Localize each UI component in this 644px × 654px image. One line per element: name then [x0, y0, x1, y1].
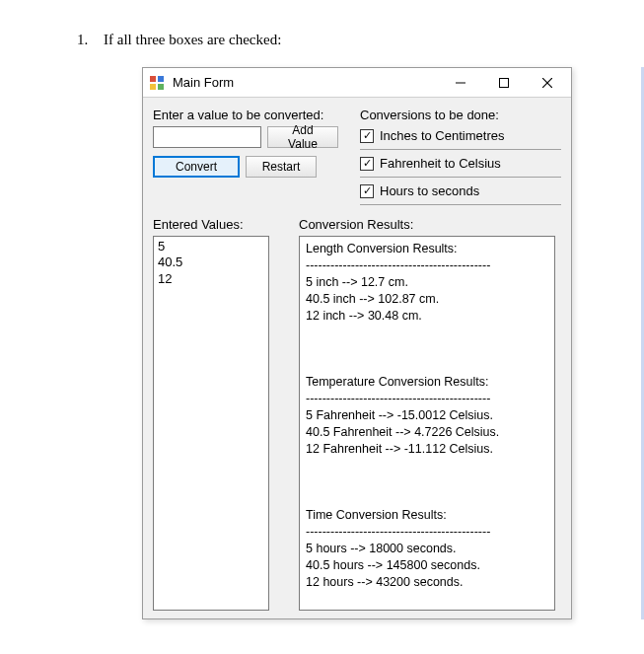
- checkbox-hours-label: Hours to seconds: [380, 183, 479, 198]
- checkbox-inches-row[interactable]: ✓ Inches to Centimetres: [360, 128, 561, 143]
- minimize-icon: [456, 78, 465, 88]
- close-button[interactable]: [526, 69, 569, 97]
- main-form-window: Main Form Enter a value to be converted:…: [142, 67, 572, 619]
- checkbox-hours-row[interactable]: ✓ Hours to seconds: [360, 183, 561, 198]
- value-input[interactable]: [153, 126, 261, 148]
- close-icon: [542, 78, 552, 88]
- window-title: Main Form: [173, 75, 234, 90]
- svg-rect-2: [150, 84, 156, 90]
- app-icon: [149, 75, 165, 91]
- checkbox-inches-label: Inches to Centimetres: [380, 128, 504, 143]
- titlebar[interactable]: Main Form: [143, 68, 571, 98]
- caption-text: If all three boxes are checked:: [104, 32, 281, 47]
- list-number: 1.: [77, 32, 88, 47]
- convert-button[interactable]: Convert: [153, 156, 240, 178]
- entered-values-label: Entered Values:: [153, 217, 283, 232]
- conversions-label: Conversions to be done:: [360, 108, 561, 122]
- document-caption: 1. If all three boxes are checked:: [77, 32, 281, 48]
- checkbox-fahrenheit-label: Fahrenheit to Celsius: [380, 156, 501, 171]
- checkbox-inches[interactable]: ✓: [360, 129, 374, 143]
- divider: [360, 177, 561, 178]
- svg-rect-1: [158, 76, 164, 82]
- results-textbox[interactable]: Length Conversion Results: -------------…: [299, 236, 555, 611]
- divider: [360, 149, 561, 150]
- svg-rect-5: [500, 78, 509, 87]
- checkbox-fahrenheit-row[interactable]: ✓ Fahrenheit to Celsius: [360, 156, 561, 171]
- enter-value-label: Enter a value to be converted:: [153, 108, 340, 122]
- checkbox-hours[interactable]: ✓: [360, 184, 374, 198]
- client-area: Enter a value to be converted: Add Value…: [143, 98, 571, 611]
- svg-rect-3: [158, 84, 164, 90]
- minimize-button[interactable]: [439, 69, 482, 97]
- maximize-icon: [499, 78, 509, 88]
- maximize-button[interactable]: [482, 69, 526, 97]
- add-value-button[interactable]: Add Value: [267, 126, 338, 148]
- checkbox-fahrenheit[interactable]: ✓: [360, 157, 374, 171]
- restart-button[interactable]: Restart: [246, 156, 317, 178]
- svg-rect-0: [150, 76, 156, 82]
- conversion-results-label: Conversion Results:: [299, 217, 561, 232]
- entered-values-listbox[interactable]: 5 40.5 12: [153, 236, 269, 611]
- divider: [360, 204, 561, 205]
